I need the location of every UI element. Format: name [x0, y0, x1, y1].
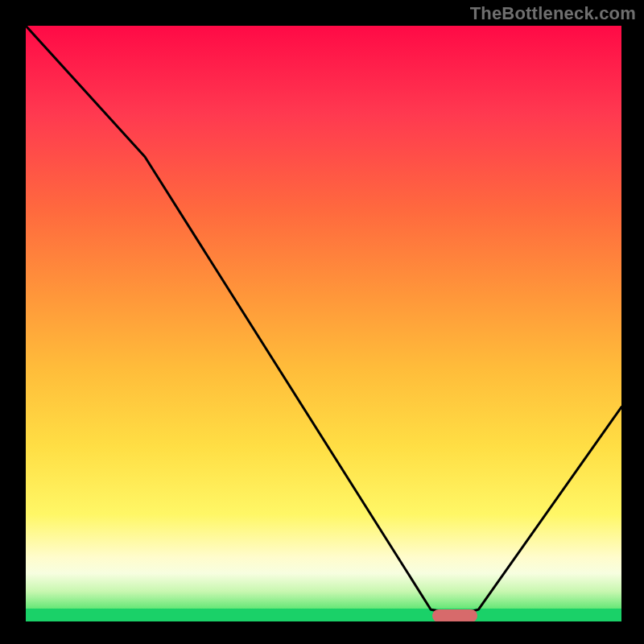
curve-path [26, 26, 621, 613]
watermark-text: TheBottleneck.com [470, 3, 636, 24]
chart-frame: TheBottleneck.com [0, 0, 644, 644]
min-marker [432, 609, 477, 621]
plot-area [26, 26, 621, 621]
curve-layer [26, 26, 621, 621]
